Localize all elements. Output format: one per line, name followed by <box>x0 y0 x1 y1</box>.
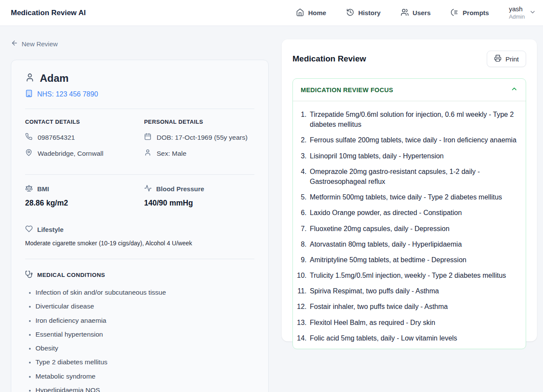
vitals-section: BMI 28.86 kg/m2 Blood Pressure 140/90 mm… <box>25 184 254 208</box>
patient-name: Adam <box>40 72 69 84</box>
condition-item: Type 2 diabetes mellitus <box>35 357 254 367</box>
nav-item-users[interactable]: Users <box>401 8 431 18</box>
chevron-down-icon <box>529 9 536 17</box>
print-label: Print <box>505 55 519 63</box>
sex-value: Sex: Male <box>157 150 186 157</box>
medication-item: Folic acid 5mg tablets, daily - Low vita… <box>308 333 525 343</box>
map-pin-icon <box>25 149 32 158</box>
nhs-number-text: NHS: 123 456 7890 <box>37 90 98 98</box>
condition-item: Obesity <box>35 343 254 353</box>
activity-icon <box>144 184 152 193</box>
heart-icon <box>25 225 33 234</box>
nav-label-prompts: Prompts <box>463 9 489 16</box>
blood-pressure-block: Blood Pressure 140/90 mmHg <box>144 184 254 208</box>
building-icon <box>25 90 33 99</box>
nav-label-home: Home <box>308 9 326 16</box>
divider <box>25 174 254 175</box>
left-column: New Review Adam NHS: 123 456 7890 CONTAC… <box>11 39 269 392</box>
bmi-label: BMI <box>37 185 49 193</box>
medication-item: Spiriva Respimat, two puffs daily - Asth… <box>308 286 525 296</box>
contact-details-heading: CONTACT DETAILS <box>25 119 135 125</box>
scale-icon <box>25 184 33 193</box>
chevron-up-icon[interactable] <box>511 85 518 94</box>
user-info: yash Admin <box>509 5 525 20</box>
contact-details: CONTACT DETAILS 0987654321 Wadebridge, C… <box>25 119 135 165</box>
bmi-label-row: BMI <box>25 184 135 193</box>
details-section: CONTACT DETAILS 0987654321 Wadebridge, C… <box>25 119 254 165</box>
printer-icon <box>494 55 501 63</box>
address-value: Wadebridge, Cornwall <box>38 150 103 157</box>
sex-row: Sex: Male <box>144 149 254 158</box>
lifestyle-label: Lifestyle <box>37 226 64 233</box>
medical-conditions-list: Infection of skin and/or subcutaneous ti… <box>35 287 254 392</box>
patient-header: Adam <box>25 72 254 84</box>
patient-card: Adam NHS: 123 456 7890 CONTACT DETAILS 0… <box>11 60 269 392</box>
arrow-left-icon <box>11 39 18 48</box>
nhs-number: NHS: 123 456 7890 <box>25 90 254 99</box>
medication-item: Flexitol Heel Balm, as required - Dry sk… <box>308 318 525 328</box>
personal-details-heading: PERSONAL DETAILS <box>144 119 254 125</box>
medication-item: Trulicity 1.5mg/0.5ml injection, weekly … <box>308 270 525 280</box>
medication-item: Amitriptyline 50mg tablets, at bedtime -… <box>308 255 525 265</box>
medication-item: Atorvastatin 80mg tablets, daily - Hyper… <box>308 239 525 249</box>
nav-item-history[interactable]: History <box>346 8 381 18</box>
medication-item: Lisinopril 10mg tablets, daily - Hyperte… <box>308 151 525 161</box>
condition-item: Metabolic syndrome <box>35 371 254 381</box>
app-title: Medication Review AI <box>11 9 86 17</box>
back-new-review-link[interactable]: New Review <box>11 39 58 48</box>
medication-item: Fostair inhaler, two puffs twice daily -… <box>308 302 525 312</box>
back-link-label: New Review <box>22 40 58 48</box>
phone-value: 0987654321 <box>38 134 75 141</box>
main-content: New Review Adam NHS: 123 456 7890 CONTAC… <box>0 26 543 392</box>
home-icon <box>296 8 304 18</box>
medication-focus-section: MEDICATION REVIEW FOCUS Tirzepatide 5mg/… <box>292 78 526 349</box>
medication-item: Tirzepatide 5mg/0.6ml solution for injec… <box>308 109 525 129</box>
user-icon <box>144 149 151 158</box>
phone-icon <box>25 133 32 142</box>
lifestyle-label-row: Lifestyle <box>25 225 254 234</box>
medical-conditions-heading: MEDICAL CONDITIONS <box>37 272 105 278</box>
history-icon <box>346 8 354 18</box>
calendar-icon <box>144 133 151 142</box>
right-column: Medication Review Print MEDICATION REVIE… <box>282 39 537 392</box>
nav-label-users: Users <box>413 9 431 16</box>
medical-conditions-heading-row: MEDICAL CONDITIONS <box>25 270 254 280</box>
medication-review-card: Medication Review Print MEDICATION REVIE… <box>282 39 537 341</box>
nav-item-prompts[interactable]: Prompts <box>450 8 489 18</box>
bp-label-row: Blood Pressure <box>144 184 254 193</box>
nav-item-home[interactable]: Home <box>296 8 326 18</box>
medication-focus-header[interactable]: MEDICATION REVIEW FOCUS <box>293 79 526 101</box>
users-icon <box>401 8 409 18</box>
condition-item: Infection of skin and/or subcutaneous ti… <box>35 287 254 297</box>
review-title: Medication Review <box>292 54 366 64</box>
divider <box>25 109 254 109</box>
bmi-block: BMI 28.86 kg/m2 <box>25 184 135 208</box>
medication-item: Metformin 500mg tablets, twice daily - T… <box>308 192 525 202</box>
dob-row: DOB: 17-Oct-1969 (55y years) <box>144 133 254 142</box>
address-row: Wadebridge, Cornwall <box>25 149 135 158</box>
bp-value: 140/90 mmHg <box>144 199 254 208</box>
lifestyle-section: Lifestyle Moderate cigarette smoker (10-… <box>25 225 254 247</box>
personal-details: PERSONAL DETAILS DOB: 17-Oct-1969 (55y y… <box>144 119 254 165</box>
condition-item: Iron deficiency anaemia <box>35 315 254 325</box>
condition-item: Hyperlipidaemia NOS <box>35 385 254 392</box>
medication-item: Fluoxetine 20mg capsules, daily - Depres… <box>308 224 525 234</box>
medication-item: Laxido Orange powder, as directed - Cons… <box>308 208 525 218</box>
user-name: yash <box>509 5 525 13</box>
user-role: Admin <box>509 13 525 20</box>
medication-item: Omeprazole 20mg gastro-resistant capsule… <box>308 167 525 186</box>
condition-item: Diverticular disease <box>35 301 254 311</box>
stethoscope-icon <box>25 270 33 280</box>
nav-label-history: History <box>358 9 381 16</box>
medication-item: Ferrous sulfate 200mg tablets, twice dai… <box>308 135 525 145</box>
medication-focus-list: Tirzepatide 5mg/0.6ml solution for injec… <box>308 109 526 343</box>
user-menu[interactable]: yash Admin <box>509 5 536 20</box>
main-nav: Home History Users Prompts yash Admin <box>296 5 536 20</box>
top-navbar: Medication Review AI Home History Users … <box>0 0 543 26</box>
divider <box>25 259 254 259</box>
phone-row: 0987654321 <box>25 133 135 142</box>
review-header: Medication Review Print <box>292 51 526 67</box>
print-button[interactable]: Print <box>487 51 526 67</box>
prompts-icon <box>450 8 459 18</box>
bp-label: Blood Pressure <box>156 185 204 193</box>
